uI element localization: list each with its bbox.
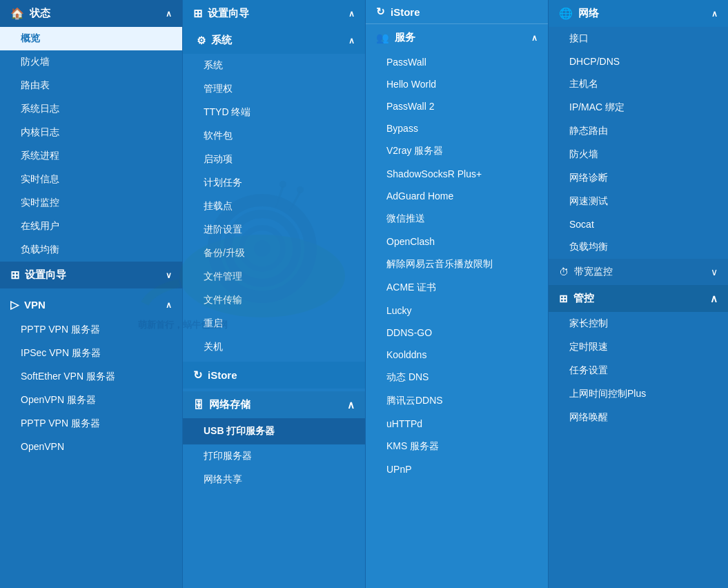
svc-item-bypass[interactable]: Bypass [366,117,548,139]
sidebar-item-syslog[interactable]: 系统日志 [0,97,182,121]
svc-item-passwall[interactable]: PassWall [366,51,548,73]
storage-section-header[interactable]: 🗄 网络存储 ∧ [183,391,365,418]
mgmt-item-speed-limit[interactable]: 定时限速 [549,335,728,359]
services-section-header[interactable]: 👥 服务 ∧ [366,24,548,51]
svc-item-dynamic-dns[interactable]: 动态 DNS [366,366,548,389]
sys-item-reboot[interactable]: 重启 [183,312,365,335]
sidebar-item-processes[interactable]: 系统进程 [0,144,182,168]
svc-item-kms[interactable]: KMS 服务器 [366,435,548,458]
svc-item-lucky[interactable]: Lucky [366,300,548,322]
sidebar-item-overview[interactable]: 概览 [0,27,182,50]
col3-istore-header[interactable]: ↻ iStore [366,0,548,24]
sys-item-startup[interactable]: 启动项 [183,148,365,171]
net-item-dhcp-dns[interactable]: DHCP/DNS [549,50,728,72]
vpn-section-header[interactable]: ▷ VPN ∧ [0,291,182,318]
net-item-ipmac[interactable]: IP/MAC 绑定 [549,96,728,119]
storage-icon: 🗄 [193,399,204,411]
storage-item-print-srv[interactable]: 打印服务器 [183,444,365,468]
net-item-interface[interactable]: 接口 [549,27,728,50]
system-section-header[interactable]: ⚙ 系统 ∧ [183,27,365,54]
sys-item-backup[interactable]: 备份/升级 [183,242,365,265]
sys-item-advanced[interactable]: 进阶设置 [183,218,365,242]
col2-setup-arrow: ∧ [348,9,355,19]
mgmt-item-task-settings[interactable]: 任务设置 [549,359,728,382]
svc-item-adguard[interactable]: AdGuard Home [366,185,548,207]
services-label: 服务 [395,31,415,44]
status-arrow: ∧ [166,9,172,19]
net-item-firewall[interactable]: 防火墙 [549,143,728,166]
nav-container: 🏠 状态 ∧ 概览 防火墙 路由表 系统日志 内核日志 系统进程 实时信息 实时… [0,0,728,588]
column-1: 🏠 状态 ∧ 概览 防火墙 路由表 系统日志 内核日志 系统进程 实时信息 实时… [0,0,183,588]
svc-item-uhttpd[interactable]: uHTTPd [366,413,548,435]
column-2: ⊞ 设置向导 ∧ ⚙ 系统 ∧ 系统 管理权 TTYD 终端 软件包 启动项 计… [183,0,366,588]
svc-item-acme[interactable]: ACME 证书 [366,276,548,300]
sys-item-mount[interactable]: 挂载点 [183,195,365,218]
net-item-load-balance[interactable]: 负载均衡 [549,235,728,259]
sidebar-item-load-balance[interactable]: 负载均衡 [0,238,182,262]
svc-item-helloworld[interactable]: Hello World [366,73,548,95]
svc-item-passwall2[interactable]: PassWall 2 [366,95,548,117]
sidebar-item-ipsec[interactable]: IPSec VPN 服务器 [0,342,182,365]
mgmt-item-time-control[interactable]: 上网时间控制Plus [549,382,728,406]
vpn-icon: ▷ [10,298,19,311]
bandwidth-icon: ⏱ [559,266,569,277]
sidebar-item-kernlog[interactable]: 内核日志 [0,121,182,144]
svc-item-ssr[interactable]: ShadowSocksR Plus+ [366,163,548,185]
sys-item-scheduled[interactable]: 计划任务 [183,171,365,195]
svc-item-ddns-go[interactable]: DDNS-GO [366,322,548,344]
sidebar-item-realtime-info[interactable]: 实时信息 [0,168,182,191]
setup-label: 设置向导 [25,268,66,282]
net-item-speedtest[interactable]: 网速测试 [549,190,728,213]
col2-setup-label: 设置向导 [208,7,249,20]
status-section-header[interactable]: 🏠 状态 ∧ [0,0,182,27]
network-arrow: ∧ [711,9,718,19]
sidebar-item-firewall[interactable]: 防火墙 [0,50,182,74]
svc-item-upnp[interactable]: UPnP [366,458,548,480]
sys-item-packages[interactable]: 软件包 [183,124,365,148]
mgmt-item-parental[interactable]: 家长控制 [549,312,728,335]
home-icon: 🏠 [10,7,24,20]
net-item-hostname[interactable]: 主机名 [549,72,728,96]
svc-item-v2ray[interactable]: V2ray 服务器 [366,139,548,163]
svc-item-netease[interactable]: 解除网易云音乐播放限制 [366,253,548,276]
sys-item-filemgr[interactable]: 文件管理 [183,265,365,288]
sidebar-item-pptp1[interactable]: PPTP VPN 服务器 [0,318,182,342]
sidebar-item-online-users[interactable]: 在线用户 [0,215,182,238]
sidebar-item-openvpn-srv[interactable]: OpenVPN 服务器 [0,389,182,412]
mgmt-section-header[interactable]: ⊞ 管控 ∧ [549,285,728,312]
net-item-socat[interactable]: Socat [549,213,728,235]
system-label: 系统 [211,34,232,47]
sys-item-admin[interactable]: 管理权 [183,77,365,101]
sidebar-item-routes[interactable]: 路由表 [0,74,182,97]
sys-item-shutdown[interactable]: 关机 [183,335,365,359]
svc-item-tencent-ddns[interactable]: 腾讯云DDNS [366,389,548,413]
sidebar-item-openvpn[interactable]: OpenVPN [0,435,182,458]
sidebar-item-realtime-monitor[interactable]: 实时监控 [0,191,182,215]
col2-istore-header[interactable]: ↻ iStore [183,362,365,389]
net-item-static-route[interactable]: 静态路由 [549,119,728,143]
col2-setup-icon: ⊞ [193,7,202,20]
net-item-diagnosis[interactable]: 网络诊断 [549,166,728,190]
services-icon: 👥 [376,32,389,44]
network-icon: 🌐 [559,7,573,20]
storage-item-usb-print[interactable]: USB 打印服务器 [183,418,365,444]
sidebar-item-pptp2[interactable]: PPTP VPN 服务器 [0,412,182,435]
sidebar-item-softether[interactable]: SoftEther VPN 服务器 [0,365,182,389]
system-icon: ⚙ [197,35,206,47]
sys-item-system[interactable]: 系统 [183,54,365,77]
vpn-label: VPN [24,299,46,311]
storage-arrow: ∧ [347,399,355,411]
system-arrow: ∧ [348,36,355,46]
svc-item-openclash[interactable]: OpenClash [366,231,548,253]
sys-item-filetransfer[interactable]: 文件传输 [183,288,365,312]
sys-item-ttyd[interactable]: TTYD 终端 [183,101,365,124]
network-section-header[interactable]: 🌐 网络 ∧ [549,0,728,27]
column-4: 🌐 网络 ∧ 接口 DHCP/DNS 主机名 IP/MAC 绑定 静态路由 防火… [549,0,728,588]
col2-setup-header[interactable]: ⊞ 设置向导 ∧ [183,0,365,27]
svc-item-koolddns[interactable]: Koolddns [366,344,548,366]
svc-item-wechat[interactable]: 微信推送 [366,207,548,231]
mgmt-item-wake-on-lan[interactable]: 网络唤醒 [549,406,728,429]
setup-guide-header[interactable]: ⊞ 设置向导 ∨ [0,262,182,288]
bandwidth-section-header[interactable]: ⏱ 带宽监控 ∨ [549,259,728,285]
storage-item-network-share[interactable]: 网络共享 [183,468,365,491]
